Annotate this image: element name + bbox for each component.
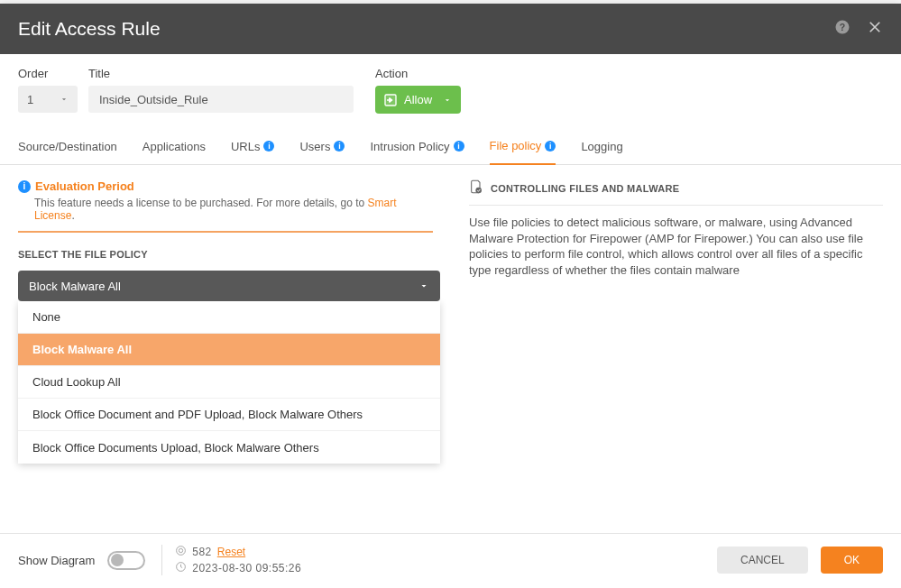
- toggle-knob: [111, 554, 124, 566]
- target-icon: [175, 545, 187, 559]
- file-policy-label: SELECT THE FILE POLICY: [18, 249, 433, 260]
- evaluation-title: Evaluation Period: [35, 179, 134, 193]
- svg-point-4: [177, 547, 186, 556]
- tab-content: i Evaluation Period This feature needs a…: [0, 165, 901, 533]
- action-label: Action: [375, 67, 461, 80]
- tab-intrusion-policy[interactable]: Intrusion Policyi: [370, 130, 464, 164]
- footer-status: 582 Reset 2023-08-30 09:55:26: [161, 545, 301, 575]
- info-icon: i: [18, 180, 31, 193]
- edit-access-rule-dialog: Edit Access Rule ? Order 1 Title Action: [0, 4, 901, 588]
- chevron-down-icon: [418, 280, 429, 291]
- dropdown-option-none[interactable]: None: [18, 301, 440, 334]
- evaluation-notice: i Evaluation Period This feature needs a…: [18, 179, 433, 233]
- rule-fields-row: Order 1 Title Action Allow: [0, 54, 901, 114]
- show-diagram-toggle[interactable]: [107, 551, 145, 570]
- dropdown-option-block-office-docs[interactable]: Block Office Documents Upload, Block Mal…: [18, 431, 440, 464]
- tab-users[interactable]: Usersi: [299, 130, 345, 164]
- right-panel-desc: Use file policies to detect malicious so…: [469, 215, 883, 278]
- hit-count: 582: [192, 546, 212, 558]
- tab-logging[interactable]: Logging: [581, 130, 622, 164]
- dropdown-option-block-office-pdf[interactable]: Block Office Document and PDF Upload, Bl…: [18, 399, 440, 431]
- tab-source-destination[interactable]: Source/Destination: [18, 130, 117, 164]
- allow-icon: [382, 92, 399, 108]
- info-badge-icon: i: [545, 141, 556, 152]
- close-icon[interactable]: [867, 19, 883, 39]
- tab-file-policy[interactable]: File policyi: [490, 130, 556, 165]
- info-badge-icon: i: [263, 141, 274, 152]
- ok-button[interactable]: OK: [821, 547, 883, 574]
- shield-icon: [469, 179, 483, 198]
- title-input[interactable]: [88, 86, 354, 113]
- file-policy-dropdown[interactable]: Block Malware All: [18, 271, 440, 301]
- svg-text:?: ?: [840, 22, 845, 32]
- tabs-bar: Source/Destination Applications URLsi Us…: [0, 130, 901, 165]
- dialog-header: Edit Access Rule ?: [0, 4, 901, 54]
- reset-link[interactable]: Reset: [217, 546, 245, 558]
- dialog-footer: Show Diagram 582 Reset 2023-08-30 09:55:…: [0, 533, 901, 588]
- action-dropdown[interactable]: Allow: [375, 86, 461, 114]
- tab-urls[interactable]: URLsi: [231, 130, 275, 164]
- dropdown-option-block-malware-all[interactable]: Block Malware All: [18, 334, 440, 366]
- dialog-title: Edit Access Rule: [18, 18, 834, 40]
- timestamp: 2023-08-30 09:55:26: [192, 562, 301, 574]
- clock-icon: [175, 561, 187, 575]
- info-badge-icon: i: [334, 141, 345, 152]
- dropdown-option-cloud-lookup-all[interactable]: Cloud Lookup All: [18, 366, 440, 399]
- help-icon[interactable]: ?: [834, 19, 850, 39]
- svg-point-3: [475, 188, 482, 194]
- cancel-button[interactable]: CANCEL: [717, 547, 808, 574]
- order-label: Order: [18, 67, 78, 80]
- file-policy-dropdown-list: None Block Malware All Cloud Lookup All …: [18, 301, 440, 464]
- tab-applications[interactable]: Applications: [143, 130, 206, 164]
- right-panel-title: CONTROLLING FILES AND MALWARE: [491, 183, 679, 194]
- evaluation-desc: This feature needs a license to be purch…: [34, 197, 433, 222]
- info-badge-icon: i: [454, 141, 464, 152]
- order-select[interactable]: 1: [18, 86, 78, 113]
- show-diagram-label: Show Diagram: [18, 554, 95, 567]
- svg-point-5: [179, 548, 183, 552]
- title-label: Title: [88, 67, 354, 80]
